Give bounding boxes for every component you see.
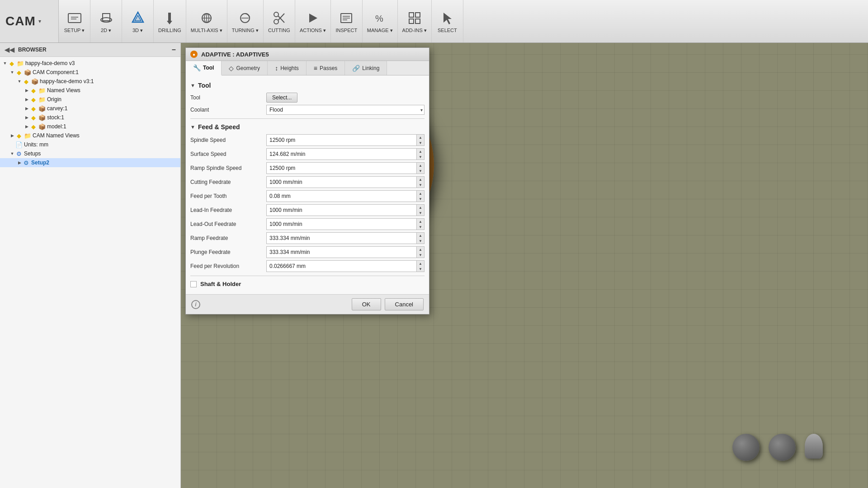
tree-item-setup2[interactable]: ▶ ⚙ Setup2 — [0, 158, 180, 167]
surface-speed-label: Surface Speed — [190, 151, 263, 157]
nav-back[interactable]: ◀◀ — [5, 46, 14, 53]
feed-per-tooth-input[interactable] — [266, 190, 417, 202]
cutting-feedrate-up[interactable]: ▲ — [417, 177, 424, 182]
lead-in-feedrate-down[interactable]: ▼ — [417, 210, 424, 216]
toolbar-cutting[interactable]: CUTTING — [264, 0, 295, 42]
cutting-feedrate-down[interactable]: ▼ — [417, 182, 424, 188]
tab-linking-icon: 🔗 — [352, 65, 360, 72]
cutting-feedrate-wrap: ▲ ▼ — [266, 176, 425, 188]
lead-out-feedrate-up[interactable]: ▲ — [417, 219, 424, 224]
tree-toggle-origin[interactable]: ▶ — [24, 96, 30, 103]
plunge-feedrate-input[interactable] — [266, 246, 417, 258]
ramp-spindle-speed-up[interactable]: ▲ — [417, 163, 424, 168]
tree-item-origin[interactable]: ▶ ◆ 📁 Origin — [0, 95, 180, 104]
toolbar-3d[interactable]: 3D ▾ — [122, 0, 154, 42]
tree-item-setups[interactable]: ▼ ⚙ Setups — [0, 149, 180, 158]
toolbar-actions[interactable]: ACTIONS ▾ — [295, 0, 331, 42]
toolbar-inspect[interactable]: INSPECT — [331, 0, 363, 42]
tree-item-model[interactable]: ▶ ◆ 📦 model:1 — [0, 122, 180, 131]
plunge-feedrate-down[interactable]: ▼ — [417, 252, 424, 258]
tree-item-cam-named-views[interactable]: ▶ ◆ 📁 CAM Named Views — [0, 131, 180, 140]
tree-toggle-happy-v31[interactable]: ▼ — [16, 78, 23, 84]
feed-per-tooth-up[interactable]: ▲ — [417, 191, 424, 196]
tree-toggle-setups[interactable]: ▼ — [9, 150, 15, 157]
tree-item-units[interactable]: ▶ 📄 Units: mm — [0, 140, 180, 149]
feed-per-tooth-wrap: ▲ ▼ — [266, 190, 425, 202]
lead-in-feedrate-input[interactable] — [266, 204, 417, 216]
tree-item-cam-component[interactable]: ▼ ◆ 📦 CAM Component:1 — [0, 68, 180, 77]
shaft-holder-checkbox[interactable] — [190, 281, 197, 287]
toolbar-select[interactable]: SELECT — [432, 0, 463, 42]
lead-out-feedrate-input[interactable] — [266, 218, 417, 230]
spindle-speed-down[interactable]: ▼ — [417, 140, 424, 145]
ramp-spindle-speed-input[interactable] — [266, 162, 417, 174]
tree-toggle-stock[interactable]: ▶ — [24, 114, 30, 121]
ramp-spindle-speed-down[interactable]: ▼ — [417, 168, 424, 174]
surface-speed-row: Surface Speed ▲ ▼ — [190, 148, 425, 160]
surface-speed-up[interactable]: ▲ — [417, 149, 424, 154]
tree-icon-named-views: ◆ — [30, 87, 37, 94]
toolbar-manage[interactable]: % MANAGE ▾ — [363, 0, 398, 42]
tree-item-carvey[interactable]: ▶ ◆ 📦 carvey:1 — [0, 104, 180, 113]
svg-marker-29 — [443, 13, 452, 24]
tool-select-button[interactable]: Select... — [266, 93, 297, 103]
spindle-speed-input[interactable] — [266, 134, 417, 146]
tree-item-root[interactable]: ▼ ◆ 📁 happy-face-demo v3 — [0, 59, 180, 68]
toolbar-multi-axis[interactable]: MULTI-AXIS ▾ — [186, 0, 227, 42]
cancel-button[interactable]: Cancel — [385, 298, 424, 310]
tab-linking[interactable]: 🔗 Linking — [345, 61, 387, 75]
feed-per-revolution-down[interactable]: ▼ — [417, 266, 424, 272]
tree-item-stock[interactable]: ▶ ◆ 📦 stock:1 — [0, 113, 180, 122]
tab-geometry-icon: ◇ — [229, 65, 234, 72]
tab-tool-icon: 🔧 — [193, 64, 201, 71]
toolbar-2d[interactable]: 2D ▾ — [90, 0, 122, 42]
actions-label: ACTIONS ▾ — [300, 28, 326, 33]
toolbar-turning[interactable]: TURNING ▾ — [227, 0, 264, 42]
spindle-speed-up[interactable]: ▲ — [417, 135, 424, 140]
tool-section-toggle[interactable]: ▼ — [190, 83, 195, 88]
tab-passes[interactable]: ≡ Passes — [307, 61, 345, 75]
ramp-feedrate-row: Ramp Feedrate ▲ ▼ — [190, 232, 425, 244]
panel-collapse[interactable]: – — [172, 46, 176, 54]
tab-tool[interactable]: 🔧 Tool — [186, 61, 222, 75]
tab-geometry[interactable]: ◇ Geometry — [222, 61, 268, 75]
tree-toggle-model[interactable]: ▶ — [24, 123, 30, 130]
tree-toggle-cam-component[interactable]: ▼ — [9, 69, 15, 75]
cutting-feedrate-input[interactable] — [266, 176, 417, 188]
lead-in-feedrate-up[interactable]: ▲ — [417, 205, 424, 210]
tree-toggle-setup2[interactable]: ▶ — [16, 160, 23, 166]
tree-item-named-views[interactable]: ▶ ◆ 📁 Named Views — [0, 86, 180, 95]
inspect-label: INSPECT — [336, 28, 358, 33]
surface-speed-input[interactable] — [266, 148, 417, 160]
tab-heights[interactable]: ↕ Heights — [268, 61, 307, 75]
tree-toggle-root[interactable]: ▼ — [2, 60, 8, 66]
tree-icon-model: ◆ — [30, 123, 37, 130]
drilling-label: DRILLING — [158, 28, 181, 33]
info-button[interactable]: i — [191, 300, 200, 309]
plunge-feedrate-up[interactable]: ▲ — [417, 247, 424, 252]
cam-dropdown[interactable]: CAM ▾ — [0, 0, 59, 42]
ramp-feedrate-up[interactable]: ▲ — [417, 233, 424, 238]
toolbar-addins[interactable]: ADD-INS ▾ — [398, 0, 432, 42]
ok-button[interactable]: OK — [352, 298, 381, 310]
ramp-feedrate-down[interactable]: ▼ — [417, 238, 424, 244]
toolbar-drilling[interactable]: DRILLING — [154, 0, 186, 42]
lead-out-feedrate-down[interactable]: ▼ — [417, 224, 424, 230]
feed-per-revolution-up[interactable]: ▲ — [417, 261, 424, 266]
tab-linking-label: Linking — [362, 65, 379, 71]
3d-icon — [129, 9, 146, 27]
tree-label-named-views: Named Views — [47, 87, 80, 94]
cam-dropdown-arrow: ▾ — [38, 18, 41, 24]
coolant-select[interactable]: Flood Mist Through Tool Off — [266, 105, 425, 115]
tree-icon-carvey: ◆ — [30, 105, 37, 112]
feed-per-revolution-input[interactable] — [266, 260, 417, 272]
surface-speed-down[interactable]: ▼ — [417, 154, 424, 160]
feed-section-toggle[interactable]: ▼ — [190, 124, 195, 130]
tree-toggle-cam-named[interactable]: ▶ — [9, 132, 15, 139]
feed-per-tooth-down[interactable]: ▼ — [417, 196, 424, 202]
tree-toggle-named-views[interactable]: ▶ — [24, 87, 30, 94]
toolbar-setup[interactable]: SETUP ▾ — [59, 0, 90, 42]
tree-item-happy-v31[interactable]: ▼ ◆ 📦 happy-face-demo v3:1 — [0, 77, 180, 86]
tree-toggle-carvey[interactable]: ▶ — [24, 105, 30, 112]
ramp-feedrate-input[interactable] — [266, 232, 417, 244]
